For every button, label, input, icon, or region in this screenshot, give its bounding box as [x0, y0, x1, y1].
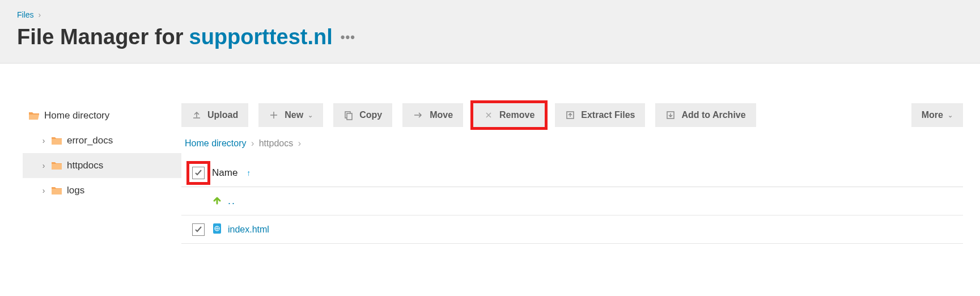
path-breadcrumb: Home directory › httpdocs › — [181, 138, 963, 149]
toolbar: Upload New ⌄ Copy Move — [181, 103, 963, 127]
file-link[interactable]: index.html — [228, 225, 269, 235]
path-current: httpdocs — [259, 138, 293, 148]
tree-item-httpdocs[interactable]: › httpdocs — [23, 153, 181, 178]
breadcrumb: Files › — [17, 10, 963, 19]
more-button[interactable]: More ⌄ — [911, 103, 963, 127]
up-folder-icon — [212, 195, 222, 207]
file-name-cell[interactable]: index.html — [212, 223, 963, 236]
folder-tree: Home directory › error_docs › httpdocs ›… — [0, 103, 181, 244]
path-home-link[interactable]: Home directory — [185, 138, 246, 148]
svg-rect-1 — [347, 113, 352, 120]
page-title: File Manager for supporttest.nl ••• — [17, 25, 963, 49]
new-button[interactable]: New ⌄ — [258, 103, 323, 127]
more-dots-icon[interactable]: ••• — [341, 30, 355, 45]
parent-dir-cell[interactable]: .. — [212, 195, 963, 207]
remove-button[interactable]: Remove — [473, 103, 545, 127]
move-button[interactable]: Move — [402, 103, 463, 127]
plus-icon — [269, 110, 279, 120]
copy-icon — [343, 110, 354, 120]
checkbox-cell — [185, 223, 212, 236]
row-checkbox[interactable] — [192, 223, 205, 236]
table-row-parent[interactable]: .. — [181, 187, 963, 215]
html-file-icon — [212, 223, 222, 236]
page-title-domain[interactable]: supporttest.nl — [189, 25, 333, 49]
table-header-row: Name ↑ — [181, 159, 963, 187]
file-table: Name ↑ .. — [181, 159, 963, 244]
parent-dir-link[interactable]: .. — [228, 195, 236, 207]
folder-icon — [51, 161, 62, 170]
remove-icon — [483, 110, 494, 120]
caret-down-icon: ⌄ — [948, 112, 953, 119]
upload-icon — [192, 110, 202, 120]
folder-icon — [51, 186, 62, 195]
copy-button[interactable]: Copy — [333, 103, 392, 127]
chevron-right-icon: › — [40, 136, 48, 145]
chevron-right-icon: › — [251, 138, 254, 148]
caret-down-icon: ⌄ — [308, 112, 313, 119]
main-layout: Home directory › error_docs › httpdocs ›… — [0, 64, 980, 244]
chevron-right-icon: › — [40, 161, 48, 170]
tree-root-label: Home directory — [44, 110, 109, 121]
move-icon — [413, 110, 424, 120]
extract-icon — [565, 110, 575, 120]
tree-root-home[interactable]: Home directory — [23, 103, 181, 128]
tree-item-error-docs[interactable]: › error_docs — [23, 128, 181, 153]
folder-icon — [51, 136, 62, 145]
content-area: Upload New ⌄ Copy Move — [181, 103, 980, 244]
chevron-right-icon: › — [298, 138, 301, 148]
select-all-checkbox[interactable] — [192, 167, 205, 179]
tree-item-label: httpdocs — [67, 160, 103, 171]
upload-button[interactable]: Upload — [181, 103, 248, 127]
tree-item-logs[interactable]: › logs — [23, 178, 181, 203]
page-title-prefix: File Manager for — [17, 25, 184, 49]
folder-open-icon — [28, 111, 40, 120]
archive-button[interactable]: Add to Archive — [655, 103, 756, 127]
breadcrumb-files-link[interactable]: Files — [17, 10, 34, 19]
chevron-right-icon: › — [40, 186, 48, 195]
sort-asc-icon: ↑ — [247, 168, 251, 177]
select-all-cell — [185, 167, 212, 179]
tree-item-label: error_docs — [67, 135, 113, 146]
extract-button[interactable]: Extract Files — [555, 103, 645, 127]
tree-item-label: logs — [67, 185, 84, 196]
chevron-right-icon: › — [38, 10, 41, 19]
page-header: Files › File Manager for supporttest.nl … — [0, 0, 980, 64]
table-row[interactable]: index.html — [181, 215, 963, 244]
archive-icon — [665, 110, 676, 120]
column-header-name[interactable]: Name ↑ — [212, 167, 963, 179]
